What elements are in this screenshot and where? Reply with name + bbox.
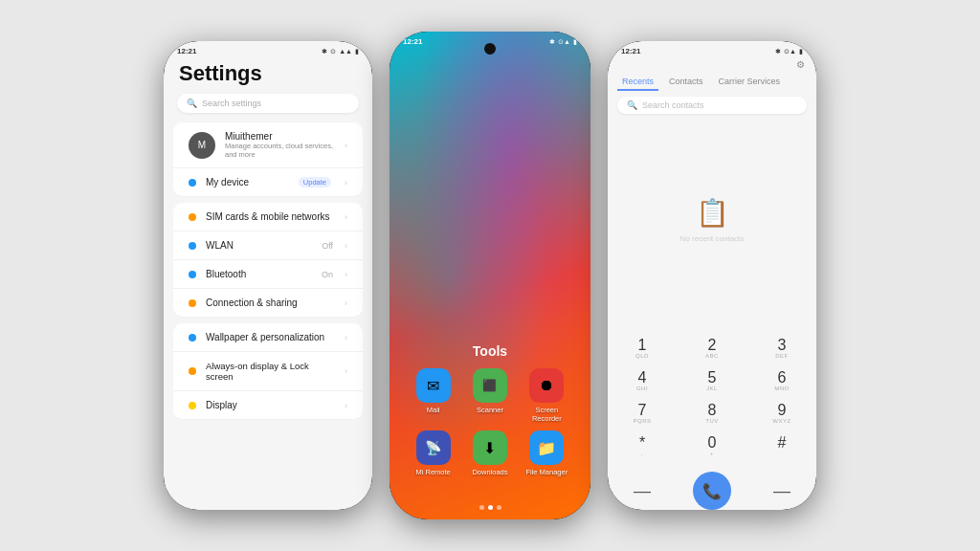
tab-contacts[interactable]: Contacts	[664, 74, 708, 91]
key-hash[interactable]: #	[757, 431, 807, 460]
app-grid: ✉ Mail ⬛ Scanner ⏺ Screen Recorder 📡 Mi …	[390, 359, 590, 496]
dialer-search-bar[interactable]: 🔍 Search contacts	[617, 97, 807, 114]
dialpad-row-2: 4 GHI 5 JKL 6 MNO	[617, 366, 807, 395]
dialer-search-icon: 🔍	[627, 100, 637, 110]
key-3-letters: DEF	[775, 353, 789, 359]
connection-item[interactable]: Connection & sharing ›	[173, 289, 363, 318]
app-file-manager[interactable]: 📁 File Manager	[523, 430, 571, 476]
dot-1	[479, 505, 484, 510]
bluetooth-item[interactable]: Bluetooth On ›	[173, 260, 363, 289]
personalization-section: Wallpaper & personalization › Always-on …	[173, 323, 363, 420]
connection-dot	[189, 299, 196, 307]
dialer-status-icons: ✱ ⊙▲ ▮	[775, 48, 803, 55]
key-6[interactable]: 6 MNO	[757, 366, 807, 395]
update-badge[interactable]: Update	[299, 177, 331, 187]
wlan-chevron: ›	[345, 241, 347, 251]
key-4[interactable]: 4 GHI	[617, 366, 667, 395]
settings-phone: 12:21 ✱ ⊙ ▲▲ ▮ Settings 🔍 Search setting…	[164, 41, 372, 510]
dialpad-minus-left[interactable]: —	[617, 481, 667, 501]
downloads-label: Downloads	[472, 468, 507, 476]
app-downloads[interactable]: ⬇ Downloads	[465, 430, 514, 476]
dot-3	[497, 505, 501, 510]
dialpad-row-1: 1 QLD 2 ABC 3 DEF	[617, 334, 807, 363]
wlan-dot	[189, 242, 196, 250]
sim-item[interactable]: SIM cards & mobile networks ›	[173, 203, 363, 231]
dialpad-row-3: 7 PQRS 8 TUV 9 WXYZ	[617, 399, 807, 428]
key-0[interactable]: 0 +	[687, 431, 737, 460]
connection-text: Connection & sharing	[206, 298, 335, 308]
dialer-tabs: Recents Contacts Carrier Services	[608, 70, 816, 95]
key-2[interactable]: 2 ABC	[687, 334, 737, 363]
key-star[interactable]: * ,	[617, 431, 667, 460]
key-8[interactable]: 8 TUV	[687, 399, 737, 428]
my-device-dot	[189, 179, 196, 187]
key-7-letters: PQRS	[633, 418, 651, 424]
display-item[interactable]: Display ›	[173, 391, 363, 420]
dialer-status-bar: 12:21 ✱ ⊙▲ ▮	[608, 41, 816, 57]
home-battery-icon: ▮	[573, 38, 577, 46]
app-scanner[interactable]: ⬛ Scanner	[465, 368, 514, 423]
home-phone: 12:21 ✱ ⊙▲ ▮ Tools ✉ Mail ⬛ Scanner ⏺ Sc…	[390, 32, 590, 519]
dialpad-minus-right[interactable]: —	[757, 481, 807, 501]
no-recent-section: 📋 No recent contacts	[608, 120, 816, 330]
always-on-label: Always-on display & Lock screen	[206, 361, 335, 382]
wlan-item[interactable]: WLAN Off ›	[173, 231, 363, 260]
no-recent-text: No recent contacts	[680, 234, 745, 243]
tab-carrier-services[interactable]: Carrier Services	[714, 74, 786, 91]
home-signal-icon: ⊙▲	[558, 38, 570, 46]
key-5[interactable]: 5 JKL	[687, 366, 737, 395]
wlan-value: Off	[322, 241, 333, 251]
tab-recents[interactable]: Recents	[617, 74, 658, 91]
miuithemer-item[interactable]: M Miuithemer Manage accounts, cloud serv…	[173, 122, 363, 168]
key-7-num: 7	[638, 403, 647, 418]
key-2-num: 2	[708, 338, 717, 353]
key-9-num: 9	[778, 403, 787, 418]
display-chevron: ›	[345, 401, 347, 410]
bluetooth-value: On	[322, 270, 333, 279]
call-row: — 📞 —	[608, 472, 816, 510]
dialer-settings-icon[interactable]: ⚙	[796, 59, 805, 70]
settings-screen: 12:21 ✱ ⊙ ▲▲ ▮ Settings 🔍 Search setting…	[164, 41, 372, 510]
wallpaper-label: Wallpaper & personalization	[206, 332, 335, 342]
wallpaper-item[interactable]: Wallpaper & personalization ›	[173, 323, 363, 352]
always-on-item[interactable]: Always-on display & Lock screen ›	[173, 352, 363, 391]
call-button[interactable]: 📞	[693, 472, 731, 510]
mail-label: Mail	[427, 406, 440, 414]
app-mi-remote[interactable]: 📡 Mi Remote	[409, 430, 457, 476]
my-device-item[interactable]: My device Update ›	[173, 168, 363, 197]
settings-status-icons: ✱ ⊙ ▲▲ ▮	[322, 48, 359, 55]
dialer-signal-icon: ⊙▲	[784, 48, 796, 55]
no-recent-icon: 📋	[696, 197, 729, 229]
dialpad: 1 QLD 2 ABC 3 DEF 4 GHI 5	[608, 330, 816, 470]
file-manager-label: File Manager	[525, 468, 568, 476]
key-9-letters: WXYZ	[772, 418, 791, 424]
key-1[interactable]: 1 QLD	[617, 334, 667, 363]
key-8-num: 8	[708, 403, 717, 418]
dialer-time: 12:21	[621, 47, 640, 55]
bluetooth-label: Bluetooth	[206, 269, 312, 279]
settings-search-bar[interactable]: 🔍 Search settings	[177, 94, 359, 113]
display-text: Display	[206, 400, 335, 410]
sim-label: SIM cards & mobile networks	[206, 211, 335, 222]
key-6-letters: MNO	[774, 386, 790, 391]
key-2-letters: ABC	[705, 353, 719, 359]
key-star-num: *	[639, 435, 645, 451]
sim-dot	[189, 213, 196, 221]
screen-recorder-label: Screen Recorder	[523, 406, 571, 423]
display-label: Display	[206, 400, 335, 410]
settings-search-placeholder: Search settings	[202, 99, 261, 108]
my-device-label: My device	[206, 177, 289, 187]
home-bt-icon: ✱	[549, 38, 555, 46]
app-mail[interactable]: ✉ Mail	[409, 368, 457, 423]
key-3[interactable]: 3 DEF	[757, 334, 807, 363]
miuithemer-chevron: ›	[345, 141, 347, 150]
folder-label: Tools	[390, 334, 590, 359]
bluetooth-dot	[189, 271, 196, 278]
app-screen-recorder[interactable]: ⏺ Screen Recorder	[523, 368, 571, 423]
miuithemer-label: Miuithemer	[225, 131, 335, 142]
always-on-text: Always-on display & Lock screen	[206, 361, 335, 382]
key-9[interactable]: 9 WXYZ	[757, 399, 807, 428]
wallpaper-dot	[189, 334, 196, 342]
key-7[interactable]: 7 PQRS	[617, 399, 667, 428]
connection-chevron: ›	[345, 298, 347, 308]
